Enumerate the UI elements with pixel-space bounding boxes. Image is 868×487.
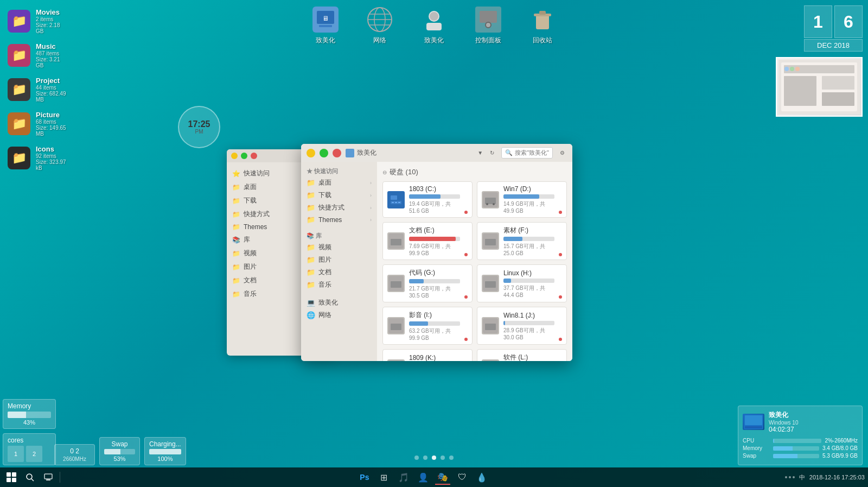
desktop-icon-recycle[interactable]: 回收站 — [521, 5, 564, 45]
taskbar-icon-grid[interactable]: ⊞ — [376, 470, 392, 485]
taskbar-icon-ps[interactable]: Ps — [357, 470, 372, 485]
drive-icon-g — [387, 275, 405, 292]
svg-rect-40 — [485, 239, 496, 245]
taskbar-icon-drop[interactable]: 💧 — [474, 470, 489, 485]
fm-sidebar-item-themes[interactable]: 📁 Themes › — [301, 214, 377, 225]
folder-music-meta2: Size: 3.21 GB — [36, 56, 68, 68]
drive-item-d[interactable]: Win7 (D:) 14.9 GB可用，共 49.9 GB — [477, 181, 567, 218]
tray-dot-3 — [793, 476, 795, 478]
drive-item-c[interactable]: 1803 (C:) 19.4 GB可用，共 51.6 GB — [382, 181, 473, 218]
drive-item-l[interactable]: 软件 (L:) 38.7 GB可用，共 58.5 GB — [477, 349, 567, 361]
fm-bg-btn-max[interactable] — [241, 153, 247, 159]
fm-nav-dropdown[interactable]: ▼ — [475, 148, 485, 158]
fm-bg-btn-min[interactable] — [231, 153, 238, 159]
folder-picture[interactable]: 📁 Picture 68 items Size: 149.65 MB — [5, 108, 71, 140]
folder-icon: 📁 — [307, 191, 315, 199]
taskbar-tray-dots[interactable] — [785, 476, 795, 478]
taskbar-icon-music[interactable]: 🎵 — [396, 470, 411, 485]
taskbar-icon-active[interactable]: 🎭 — [435, 470, 450, 485]
svg-rect-10 — [426, 23, 442, 30]
fm-close-button[interactable] — [333, 149, 341, 157]
drive-name-h: Linux (H:) — [503, 269, 554, 277]
computer-icon: 💻 — [307, 299, 315, 307]
desktop-icon-network[interactable]: 网络 — [358, 5, 401, 45]
fm-sidebar-item-download[interactable]: 📁 下载 › — [301, 189, 377, 201]
charging-bar — [149, 449, 181, 454]
fm-sidebar-item-desktop[interactable]: 📁 桌面 › — [301, 176, 377, 189]
drive-item-g[interactable]: 代码 (G:) 21.7 GB可用，共 30.5 GB — [382, 264, 473, 302]
fm-location-bar: 致美化 — [346, 148, 471, 157]
sys-uptime: 04:02:37 — [769, 426, 798, 433]
fm-drives-grid: 1803 (C:) 19.4 GB可用，共 51.6 GB Win7 (D:) — [382, 181, 567, 361]
chevron-right-icon: › — [370, 217, 372, 223]
drive-item-f[interactable]: 素材 (F:) 15.7 GB可用，共 25.0 GB — [477, 222, 567, 260]
taskbar-keyboard-lang[interactable]: 中 — [799, 473, 805, 482]
drive-name-i: 影音 (I:) — [409, 311, 460, 320]
pag-dot-4[interactable] — [449, 456, 454, 460]
svg-rect-51 — [483, 360, 498, 361]
folder-movies-meta1: 2 items — [36, 16, 68, 22]
svg-rect-31 — [395, 202, 397, 203]
fm-sidebar-item-zimehua[interactable]: 💻 致美化 — [301, 296, 377, 309]
drive-icon-h — [482, 275, 499, 292]
fm-bg-btn-close[interactable] — [251, 153, 257, 159]
pag-dot-2[interactable] — [432, 456, 436, 460]
fm-sidebar-favorites-header: ★ 快速访问 — [301, 166, 377, 176]
desktop-icon-label-controlpanel: 控制面板 — [475, 36, 501, 45]
desktop-icon-controlpanel[interactable]: 控制面板 — [467, 5, 510, 45]
folder-project[interactable]: 📁 Project 44 items Size: 682.49 MB — [5, 74, 71, 105]
taskbar-datetime[interactable]: 2018-12-16 17:25:03 — [809, 474, 865, 480]
left-sidebar: 📁 Movies 2 items Size: 2.18 GB 📁 Music 4… — [0, 0, 76, 179]
svg-rect-23 — [822, 92, 854, 106]
desktop-icon-label-zimehua1: 致美化 — [316, 36, 335, 45]
folder-music-info: Music 487 items Size: 3.21 GB — [36, 42, 68, 68]
folder-icons[interactable]: 📁 Icons 92 items Size: 323.97 kB — [5, 142, 71, 174]
date-day1: 1 — [804, 5, 832, 38]
drive-name-l: 软件 (L:) — [503, 353, 554, 361]
drive-meta-g: 21.7 GB可用，共 30.5 GB — [409, 285, 460, 299]
charging-bar-fill — [149, 449, 181, 454]
drive-item-k[interactable]: 1809 (K:) 5.05 GB可用，共 25.7 GB — [382, 349, 473, 361]
drive-item-j[interactable]: Win8.1 (J:) 28.9 GB可用，共 30.0 GB — [477, 307, 567, 345]
drive-bar-fill-d — [503, 194, 539, 199]
drive-info-j: Win8.1 (J:) 28.9 GB可用，共 30.0 GB — [503, 312, 554, 340]
taskbar-icon-user[interactable]: 👤 — [416, 470, 431, 485]
taskbar-icon-shield[interactable]: 🛡 — [455, 470, 470, 485]
fm-sidebar-item-music[interactable]: 📁 音乐 — [301, 279, 377, 291]
svg-text:🖥: 🖥 — [322, 15, 329, 22]
folder-music[interactable]: 📁 Music 487 items Size: 3.21 GB — [5, 40, 71, 71]
taskbar-start-button[interactable] — [3, 470, 20, 485]
desktop-icon-zimehua2[interactable]: 致美化 — [412, 5, 456, 45]
drive-item-i[interactable]: 影音 (I:) 63.2 GB可用，共 99.9 GB — [382, 307, 473, 345]
drive-icon-c — [387, 191, 405, 208]
folder-movies[interactable]: 📁 Movies 2 items Size: 2.18 GB — [5, 5, 71, 37]
drive-name-k: 1809 (K:) — [409, 354, 460, 362]
drive-item-e[interactable]: 文档 (E:) 7.69 GB可用，共 99.9 GB — [382, 222, 473, 260]
pag-dot-3[interactable] — [441, 456, 445, 460]
pag-dot-0[interactable] — [414, 456, 419, 460]
drive-status-dot-j — [559, 338, 562, 341]
fm-nav-refresh[interactable]: ↻ — [487, 148, 497, 158]
drive-icon-j — [482, 317, 499, 334]
fm-sidebar-item-shortcuts[interactable]: 📁 快捷方式 › — [301, 201, 377, 214]
drive-meta-j: 28.9 GB可用，共 30.0 GB — [503, 327, 554, 340]
pag-dot-1[interactable] — [423, 456, 427, 460]
taskbar-search-button[interactable] — [22, 470, 38, 485]
fm-sidebar-item-network[interactable]: 🌐 网络 — [301, 309, 377, 321]
fm-search-box[interactable]: 🔍 搜索"致美化" — [501, 147, 553, 159]
desktop-icon-zimehua1[interactable]: 🖥 致美化 — [304, 5, 347, 45]
fm-minimize-button[interactable] — [307, 149, 315, 157]
drive-item-h[interactable]: Linux (H:) 37.7 GB可用，共 44.4 GB — [477, 264, 567, 302]
fm-sidebar-item-pictures[interactable]: 📁 图片 — [301, 254, 377, 266]
fm-sidebar-item-documents[interactable]: 📁 文档 — [301, 266, 377, 279]
recycle-icon — [528, 5, 557, 34]
svg-rect-21 — [784, 76, 816, 106]
memory-title: Memory — [8, 402, 51, 410]
fm-settings-icon[interactable]: ⚙ — [557, 148, 567, 158]
fm-sidebar: ★ 快速访问 📁 桌面 › 📁 下载 › 📁 快捷方式 › — [301, 162, 377, 361]
drive-meta-e: 7.69 GB可用，共 99.9 GB — [409, 243, 460, 256]
fm-sidebar-item-video[interactable]: 📁 视频 — [301, 241, 377, 254]
fm-maximize-button[interactable] — [320, 149, 328, 157]
taskbar-task-button[interactable] — [40, 470, 56, 485]
clock-time: 17:25 — [188, 119, 210, 129]
